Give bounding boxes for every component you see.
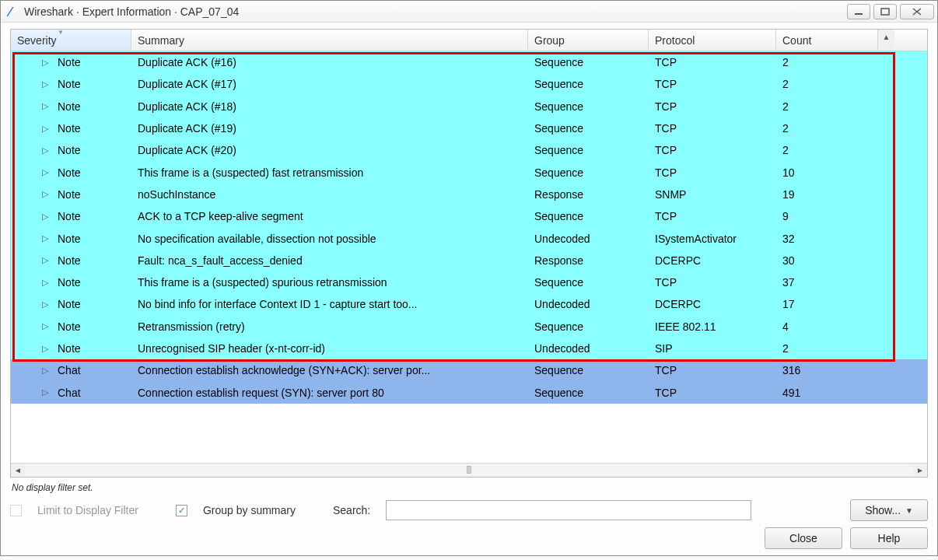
search-input[interactable] xyxy=(386,500,751,520)
expand-icon[interactable]: ▷ xyxy=(42,101,51,111)
cell-count: 2 xyxy=(776,100,877,113)
cell-protocol: TCP xyxy=(649,56,776,68)
show-button[interactable]: Show... ▼ xyxy=(850,499,928,521)
bottom-controls: Limit to Display Filter ✓ Group by summa… xyxy=(10,499,928,521)
cell-summary: This frame is a (suspected) spurious ret… xyxy=(131,276,528,289)
cell-count: 2 xyxy=(776,56,877,68)
cell-protocol: DCERPC xyxy=(649,298,776,310)
close-button[interactable]: Close xyxy=(765,527,842,549)
cell-protocol: DCERPC xyxy=(649,254,776,267)
cell-severity: Note xyxy=(58,254,81,267)
cell-count: 19 xyxy=(776,188,877,201)
cell-group: Sequence xyxy=(528,78,649,90)
expand-icon[interactable]: ▷ xyxy=(42,189,51,199)
vertical-scrollbar[interactable]: ▲ xyxy=(877,30,894,51)
cell-severity: Note xyxy=(58,276,81,289)
column-group[interactable]: Group xyxy=(528,30,649,51)
limit-filter-checkbox[interactable] xyxy=(10,505,22,516)
help-button[interactable]: Help xyxy=(850,527,928,549)
cell-severity: Note xyxy=(58,78,81,90)
cell-group: Sequence xyxy=(528,320,649,333)
scroll-left-arrow-icon[interactable]: ◄ xyxy=(11,466,25,474)
table-row[interactable]: ▷ChatConnection establish acknowledge (S… xyxy=(11,359,927,381)
cell-protocol: ISystemActivator xyxy=(649,233,776,245)
cell-protocol: TCP xyxy=(649,78,776,90)
cell-protocol: TCP xyxy=(649,387,776,399)
cell-count: 316 xyxy=(776,364,877,376)
limit-filter-label: Limit to Display Filter xyxy=(37,504,138,516)
scroll-right-arrow-icon[interactable]: ► xyxy=(913,466,927,474)
cell-protocol: TCP xyxy=(649,166,776,179)
sort-indicator-icon: ▼ xyxy=(58,29,81,32)
cell-summary: Duplicate ACK (#19) xyxy=(131,122,528,135)
expand-icon[interactable]: ▷ xyxy=(42,233,51,243)
scroll-thumb[interactable] xyxy=(467,466,471,474)
expand-icon[interactable]: ▷ xyxy=(42,344,51,354)
cell-summary: No specification available, dissection n… xyxy=(131,233,528,245)
cell-summary: Duplicate ACK (#17) xyxy=(131,78,528,90)
table-row[interactable]: ▷NoteNo specification available, dissect… xyxy=(11,227,927,249)
column-summary[interactable]: Summary xyxy=(131,30,528,51)
table-row[interactable]: ▷NoteDuplicate ACK (#17)SequenceTCP2 xyxy=(11,73,927,95)
cell-summary: Duplicate ACK (#20) xyxy=(131,144,528,156)
expand-icon[interactable]: ▷ xyxy=(42,366,51,376)
column-severity[interactable]: ▼ Severity xyxy=(11,30,131,51)
minimize-button[interactable] xyxy=(847,4,870,19)
horizontal-scrollbar[interactable]: ◄ ► xyxy=(11,463,927,477)
table-row[interactable]: ▷NoteDuplicate ACK (#20)SequenceTCP2 xyxy=(11,139,927,161)
maximize-button[interactable] xyxy=(873,4,897,19)
table-row[interactable]: ▷NoteDuplicate ACK (#18)SequenceTCP2 xyxy=(11,96,927,117)
title-bar[interactable]: Wireshark · Expert Information · CAP_07_… xyxy=(1,1,937,23)
expand-icon[interactable]: ▷ xyxy=(42,278,51,288)
cell-group: Sequence xyxy=(528,56,649,68)
expand-icon[interactable]: ▷ xyxy=(42,124,51,134)
column-count[interactable]: Count xyxy=(776,30,877,51)
cell-group: Response xyxy=(528,254,649,267)
cell-count: 10 xyxy=(776,166,877,179)
cell-count: 2 xyxy=(776,342,877,355)
cell-summary: Duplicate ACK (#16) xyxy=(131,56,528,68)
table-row[interactable]: ▷NoteACK to a TCP keep-alive segmentSequ… xyxy=(11,205,927,227)
table-row[interactable]: ▷NoteFault: nca_s_fault_access_deniedRes… xyxy=(11,250,927,271)
expand-icon[interactable]: ▷ xyxy=(42,58,51,68)
cell-protocol: TCP xyxy=(649,100,776,113)
group-by-summary-checkbox[interactable]: ✓ xyxy=(176,505,187,516)
cell-severity: Note xyxy=(58,188,81,201)
expand-icon[interactable]: ▷ xyxy=(42,167,51,177)
cell-count: 2 xyxy=(776,144,877,156)
table-row[interactable]: ▷NotenoSuchInstanceResponseSNMP19 xyxy=(11,184,927,205)
table-row[interactable]: ▷ChatConnection establish request (SYN):… xyxy=(11,381,927,403)
table-row[interactable]: ▷NoteDuplicate ACK (#16)SequenceTCP2 xyxy=(11,51,927,73)
table-row[interactable]: ▷NoteDuplicate ACK (#19)SequenceTCP2 xyxy=(11,117,927,139)
table-row[interactable]: ▷NoteThis frame is a (suspected) fast re… xyxy=(11,161,927,183)
table-row[interactable]: ▷NoteThis frame is a (suspected) spuriou… xyxy=(11,271,927,293)
table-row[interactable]: ▷NoteNo bind info for interface Context … xyxy=(11,293,927,315)
expand-icon[interactable]: ▷ xyxy=(42,387,51,397)
expand-icon[interactable]: ▷ xyxy=(42,79,51,89)
svg-rect-1 xyxy=(881,9,889,15)
cell-severity: Chat xyxy=(58,364,81,376)
expand-icon[interactable]: ▷ xyxy=(42,255,51,265)
expand-icon[interactable]: ▷ xyxy=(42,321,51,331)
expand-icon[interactable]: ▷ xyxy=(42,299,51,310)
cell-group: Sequence xyxy=(528,166,649,179)
close-window-button[interactable] xyxy=(900,4,934,19)
cell-count: 17 xyxy=(776,298,877,310)
expand-icon[interactable]: ▷ xyxy=(42,212,51,222)
svg-rect-0 xyxy=(855,13,863,15)
scroll-up-arrow-icon[interactable]: ▲ xyxy=(883,30,891,44)
chevron-down-icon: ▼ xyxy=(905,506,913,515)
expand-icon[interactable]: ▷ xyxy=(42,145,51,156)
cell-summary: Duplicate ACK (#18) xyxy=(131,100,528,113)
cell-count: 30 xyxy=(776,254,877,267)
table-row[interactable]: ▷NoteUnrecognised SIP header (x-nt-corr-… xyxy=(11,338,927,359)
cell-severity: Note xyxy=(58,144,81,156)
cell-count: 37 xyxy=(776,276,877,289)
cell-severity: Note xyxy=(58,233,81,245)
cell-group: Sequence xyxy=(528,210,649,222)
column-protocol[interactable]: Protocol xyxy=(649,30,776,51)
cell-group: Sequence xyxy=(528,100,649,113)
cell-severity: Note xyxy=(58,320,81,333)
cell-severity: Note xyxy=(58,210,81,222)
table-row[interactable]: ▷NoteRetransmission (retry)SequenceIEEE … xyxy=(11,316,927,338)
